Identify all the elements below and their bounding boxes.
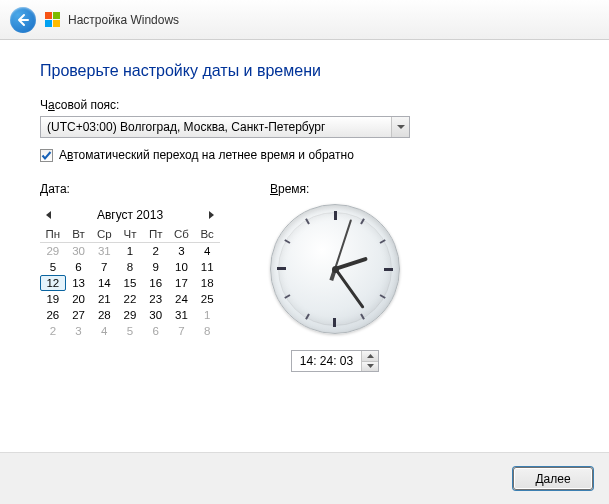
calendar-day-other[interactable]: 5	[117, 323, 143, 339]
calendar-day[interactable]: 2	[143, 243, 169, 259]
calendar[interactable]: Август 2013 ПнВтСрЧтПтСбВс29303112345678…	[40, 204, 220, 339]
calendar-day[interactable]: 26	[40, 307, 66, 323]
calendar-day-other[interactable]: 2	[40, 323, 66, 339]
calendar-day[interactable]: 29	[117, 307, 143, 323]
calendar-day-other[interactable]: 3	[66, 323, 92, 339]
triangle-down-icon	[367, 364, 374, 368]
calendar-day-other[interactable]: 29	[40, 243, 66, 259]
calendar-dow: Ср	[91, 226, 117, 243]
header-title: Настройка Windows	[68, 13, 179, 27]
calendar-grid: ПнВтСрЧтПтСбВс29303112345678910111213141…	[40, 226, 220, 339]
time-label: Время:	[270, 182, 400, 196]
chevron-down-icon	[397, 125, 405, 130]
calendar-day[interactable]: 11	[194, 259, 220, 275]
triangle-left-icon	[46, 211, 52, 219]
time-spin-up[interactable]	[362, 351, 378, 362]
dst-label: Автоматический переход на летнее время и…	[59, 148, 354, 162]
calendar-day[interactable]: 10	[169, 259, 195, 275]
timezone-dropdown-button[interactable]	[391, 117, 409, 137]
page-heading: Проверьте настройку даты и времени	[40, 62, 569, 80]
calendar-day[interactable]: 27	[66, 307, 92, 323]
calendar-dow: Чт	[117, 226, 143, 243]
time-spinner[interactable]: 14: 24: 03	[291, 350, 379, 372]
calendar-day-other[interactable]: 31	[91, 243, 117, 259]
timezone-value: (UTC+03:00) Волгоград, Москва, Санкт-Пет…	[41, 120, 391, 134]
calendar-day[interactable]: 30	[143, 307, 169, 323]
time-text[interactable]: 14: 24: 03	[292, 351, 361, 371]
calendar-day-other[interactable]: 8	[194, 323, 220, 339]
calendar-day[interactable]: 21	[91, 291, 117, 307]
footer-bar: Далее	[0, 452, 609, 504]
calendar-day[interactable]: 7	[91, 259, 117, 275]
calendar-day[interactable]: 25	[194, 291, 220, 307]
calendar-day-other[interactable]: 6	[143, 323, 169, 339]
calendar-day[interactable]: 1	[117, 243, 143, 259]
calendar-dow: Пт	[143, 226, 169, 243]
calendar-day[interactable]: 24	[169, 291, 195, 307]
calendar-day[interactable]: 20	[66, 291, 92, 307]
date-label: Дата:	[40, 182, 220, 196]
calendar-day[interactable]: 18	[194, 275, 220, 291]
calendar-day[interactable]: 28	[91, 307, 117, 323]
calendar-day[interactable]: 8	[117, 259, 143, 275]
windows-logo-icon	[44, 12, 60, 28]
calendar-day[interactable]: 12	[40, 275, 66, 291]
dst-checkbox[interactable]	[40, 149, 53, 162]
calendar-day-other[interactable]: 1	[194, 307, 220, 323]
calendar-day-other[interactable]: 7	[169, 323, 195, 339]
time-spin-down[interactable]	[362, 362, 378, 372]
calendar-prev-button[interactable]	[44, 210, 54, 220]
timezone-label: Часовой пояс:	[40, 98, 569, 112]
calendar-day[interactable]: 19	[40, 291, 66, 307]
calendar-next-button[interactable]	[206, 210, 216, 220]
calendar-day[interactable]: 5	[40, 259, 66, 275]
calendar-day[interactable]: 15	[117, 275, 143, 291]
calendar-day[interactable]: 13	[66, 275, 92, 291]
dst-row: Автоматический переход на летнее время и…	[40, 148, 569, 162]
calendar-day[interactable]: 31	[169, 307, 195, 323]
triangle-right-icon	[208, 211, 214, 219]
triangle-up-icon	[367, 354, 374, 358]
date-column: Дата: Август 2013 ПнВтСрЧтПтСбВс29303112…	[40, 182, 220, 372]
analog-clock	[270, 204, 400, 334]
calendar-day[interactable]: 22	[117, 291, 143, 307]
calendar-day[interactable]: 23	[143, 291, 169, 307]
timezone-combobox[interactable]: (UTC+03:00) Волгоград, Москва, Санкт-Пет…	[40, 116, 410, 138]
next-button[interactable]: Далее	[513, 467, 593, 490]
calendar-title[interactable]: Август 2013	[97, 208, 163, 222]
calendar-day[interactable]: 17	[169, 275, 195, 291]
calendar-day[interactable]: 4	[194, 243, 220, 259]
arrow-left-icon	[16, 13, 30, 27]
calendar-day-other[interactable]: 30	[66, 243, 92, 259]
calendar-dow: Вс	[194, 226, 220, 243]
back-button[interactable]	[10, 7, 36, 33]
calendar-dow: Сб	[169, 226, 195, 243]
calendar-day[interactable]: 3	[169, 243, 195, 259]
calendar-day[interactable]: 6	[66, 259, 92, 275]
time-column: Время: 14: 24: 03	[270, 182, 400, 372]
calendar-dow: Пн	[40, 226, 66, 243]
check-icon	[41, 150, 52, 161]
header-bar: Настройка Windows	[0, 0, 609, 40]
calendar-day[interactable]: 9	[143, 259, 169, 275]
calendar-day[interactable]: 14	[91, 275, 117, 291]
calendar-dow: Вт	[66, 226, 92, 243]
calendar-day-other[interactable]: 4	[91, 323, 117, 339]
content-area: Проверьте настройку даты и времени Часов…	[0, 40, 609, 452]
calendar-day[interactable]: 16	[143, 275, 169, 291]
